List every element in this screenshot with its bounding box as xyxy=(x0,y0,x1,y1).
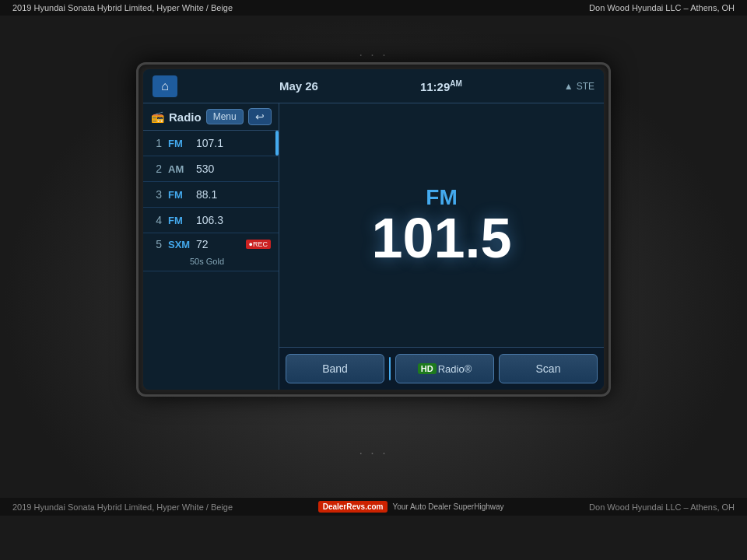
bottom-ellipsis: · · · xyxy=(359,446,388,460)
left-panel: 📻 Radio Menu ↩ 1 FM 107.1 xyxy=(143,103,279,390)
controls-divider xyxy=(389,357,391,380)
band-button[interactable]: Band xyxy=(286,354,384,383)
preset-item-2[interactable]: 2 AM 530 xyxy=(143,156,279,182)
preset-freq-2: 530 xyxy=(196,163,214,175)
tagline: Your Auto Dealer SuperHighway xyxy=(392,502,503,511)
radio-icon: 📻 xyxy=(151,110,164,123)
preset-freq-5: 72 xyxy=(196,238,209,250)
home-button[interactable]: ⌂ xyxy=(153,75,177,97)
scan-button[interactable]: Scan xyxy=(499,354,598,383)
top-bar-right: Don Wood Hyundai LLC – Athens, OH xyxy=(589,3,735,12)
header-time: 11:29AM xyxy=(420,79,462,93)
preset-5-row1: 5 SXM 72 ●REC xyxy=(151,238,271,250)
preset-num-2: 2 xyxy=(151,163,162,175)
radio-title: Radio xyxy=(169,110,202,124)
infotainment-screen: ⌂ May 26 11:29AM ▲ STE 📻 Radi xyxy=(143,69,604,390)
preset-item-3[interactable]: 3 FM 88.1 xyxy=(143,182,279,208)
hd-radio-button[interactable]: HD Radio® xyxy=(395,354,494,383)
top-bar-left: 2019 Hyundai Sonata Hybrid Limited, Hype… xyxy=(12,3,233,12)
preset-item-5[interactable]: 5 SXM 72 ●REC 50s Gold xyxy=(143,233,279,271)
back-icon: ↩ xyxy=(255,110,265,123)
preset-num-1: 1 xyxy=(151,137,162,149)
preset-freq-1: 107.1 xyxy=(196,137,223,149)
preset-item-4[interactable]: 4 FM 106.3 xyxy=(143,208,279,233)
now-playing-area: FM 101.5 xyxy=(279,103,604,347)
back-button[interactable]: ↩ xyxy=(248,108,272,125)
rec-badge: ●REC xyxy=(246,240,271,249)
preset-band-4: FM xyxy=(168,215,190,226)
preset-item-1[interactable]: 1 FM 107.1 xyxy=(143,131,279,156)
preset-band-3: FM xyxy=(168,189,190,201)
menu-button[interactable]: Menu xyxy=(206,109,244,124)
preset-band-1: FM xyxy=(168,138,190,149)
preset-freq-4: 106.3 xyxy=(196,214,223,226)
dealer-logo: DealerRevs.com Your Auto Dealer SuperHig… xyxy=(318,501,504,513)
scrollbar xyxy=(275,131,279,156)
now-playing-display: FM 101.5 xyxy=(371,185,511,266)
signal-icon: ▲ xyxy=(564,81,573,92)
bottom-bar-left: 2019 Hyundai Sonata Hybrid Limited, Hype… xyxy=(12,502,233,512)
header-icons: ▲ STE xyxy=(564,81,594,92)
radio-title-bar: 📻 Radio Menu ↩ xyxy=(143,103,279,131)
now-playing-band: FM xyxy=(371,185,511,210)
right-panel: FM 101.5 Band HD Radio® xyxy=(279,103,604,390)
preset-num-3: 3 xyxy=(151,188,162,201)
preset-list: 1 FM 107.1 2 AM 530 3 xyxy=(143,131,279,390)
preset-5-name: 50s Gold xyxy=(190,257,224,266)
preset-band-5: SXM xyxy=(168,239,190,250)
screen-header: ⌂ May 26 11:29AM ▲ STE xyxy=(143,69,604,103)
preset-band-2: AM xyxy=(168,163,190,175)
header-date: May 26 xyxy=(279,79,318,93)
preset-num-4: 4 xyxy=(151,214,162,226)
bottom-bar: 2019 Hyundai Sonata Hybrid Limited, Hype… xyxy=(0,498,747,516)
photo-area: · · · ⌂ May 26 11:29AM ▲ STE xyxy=(0,16,747,498)
home-icon: ⌂ xyxy=(161,79,169,93)
top-bar: 2019 Hyundai Sonata Hybrid Limited, Hype… xyxy=(0,0,747,16)
bottom-controls: Band HD Radio® Scan xyxy=(279,347,604,390)
preset-freq-3: 88.1 xyxy=(196,188,217,201)
screen-bezel: ⌂ May 26 11:29AM ▲ STE 📻 Radi xyxy=(136,62,611,397)
screen-content: 📻 Radio Menu ↩ 1 FM 107.1 xyxy=(143,103,604,390)
hd-logo: HD xyxy=(418,363,437,374)
top-ellipsis: · · · xyxy=(359,48,388,62)
ste-icon: STE xyxy=(577,81,594,92)
logo-box: DealerRevs.com xyxy=(318,501,388,513)
preset-num-5: 5 xyxy=(151,238,162,250)
hd-radio-text: Radio® xyxy=(438,363,472,375)
now-playing-frequency: 101.5 xyxy=(371,210,511,266)
bottom-bar-right: Don Wood Hyundai LLC – Athens, OH xyxy=(589,502,735,512)
